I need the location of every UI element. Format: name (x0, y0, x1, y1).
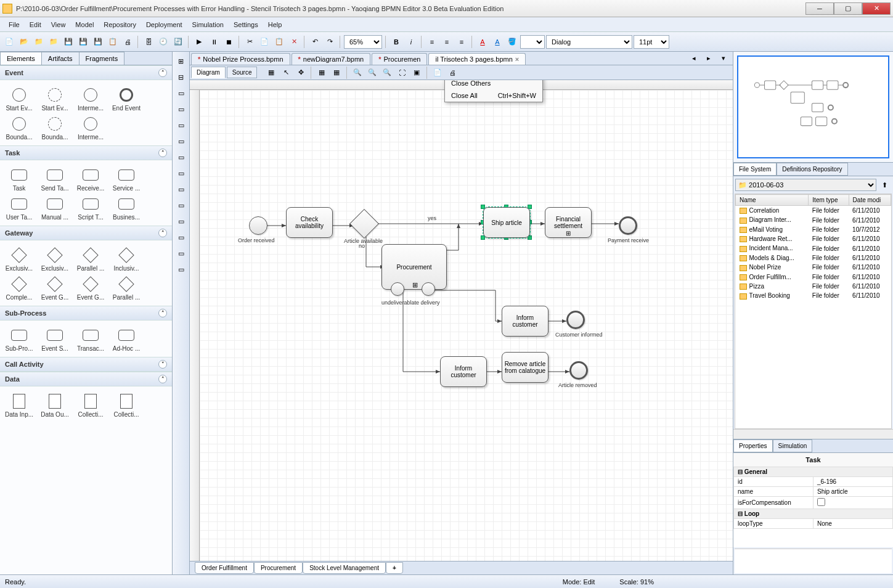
bpmn-event-end[interactable] (569, 361, 588, 380)
saveas-icon[interactable]: 💾 (91, 35, 105, 49)
print-icon[interactable]: 🖨 (121, 35, 134, 49)
vt-9-icon[interactable]: ▭ (174, 182, 188, 196)
mt-actual-icon[interactable]: ▣ (410, 66, 423, 80)
palette-item[interactable]: Event G... (37, 273, 73, 302)
folder-icon[interactable]: 📁 (32, 35, 46, 49)
menu-help[interactable]: Help (263, 19, 287, 30)
chevron-icon[interactable]: ˄ (158, 229, 167, 237)
mt-pointer-icon[interactable]: ↖ (279, 66, 293, 80)
menu-file[interactable]: File (4, 19, 25, 30)
palette-section-sub-process[interactable]: Sub-Process˄ (0, 306, 172, 321)
palette-item[interactable]: Interme... (73, 113, 108, 142)
vt-8-icon[interactable]: ▭ (174, 166, 188, 180)
document-tab[interactable]: *Nobel Prize Process.bpmn (191, 53, 290, 65)
ctx-close-others[interactable]: Close Others (445, 80, 542, 89)
fs-row[interactable]: Hardware Ret...File folder6/11/2010 (736, 234, 891, 243)
document-tab[interactable]: *newDiagram7.bpmn (292, 53, 371, 65)
prop-tab[interactable]: Simulation (773, 439, 813, 452)
palette-item[interactable]: Comple... (1, 273, 37, 302)
palette-item[interactable]: Start Ev... (1, 84, 37, 113)
db-icon[interactable]: 🗄 (142, 35, 155, 49)
palette-item[interactable]: Transac... (73, 324, 108, 353)
palette-item[interactable]: Exclusiv... (37, 244, 73, 273)
palette-item[interactable]: Service ... (108, 164, 144, 193)
palette-item[interactable]: Bounda... (1, 113, 37, 142)
menu-settings[interactable]: Settings (229, 19, 263, 30)
fs-row[interactable]: Nobel PrizeFile folder6/11/2010 (736, 263, 891, 272)
pause-icon[interactable]: ⏸ (207, 35, 221, 49)
fs-row[interactable]: PizzaFile folder6/11/2010 (736, 282, 891, 291)
align-left-icon[interactable]: ≡ (425, 35, 439, 49)
menu-model[interactable]: Model (70, 19, 99, 30)
stop-icon[interactable]: ⏹ (222, 35, 235, 49)
palette-item[interactable]: Event S... (37, 324, 73, 353)
vt-12-icon[interactable]: ▭ (174, 231, 188, 244)
fs-col-header[interactable]: Item type (809, 195, 849, 206)
palette-tab-elements[interactable]: Elements (0, 52, 42, 65)
palette-item[interactable]: Collecti... (73, 390, 108, 419)
fs-col-header[interactable]: Date modi (849, 195, 891, 206)
fs-row[interactable]: Travel BookingFile folder6/11/2010 (736, 291, 891, 300)
mt-exp-icon[interactable]: 📄 (431, 66, 444, 80)
saveall-icon[interactable]: 💾 (76, 35, 90, 49)
mt-zoom1-icon[interactable]: 🔍 (380, 66, 394, 80)
zoom-select[interactable]: 65% (344, 35, 382, 49)
color-select[interactable] (520, 35, 545, 49)
minimap[interactable] (737, 55, 889, 158)
menu-deployment[interactable]: Deployment (141, 19, 187, 30)
copy-icon[interactable]: 📄 (258, 35, 271, 49)
mt-move-icon[interactable]: ✥ (294, 66, 308, 80)
fs-row[interactable]: Models & Diag...File folder6/11/2010 (736, 253, 891, 263)
bold-icon[interactable]: B (389, 35, 403, 49)
bpmn-task[interactable]: Inform customer (440, 356, 487, 387)
vt-4-icon[interactable]: ▭ (174, 102, 188, 116)
palette-item[interactable]: Exclusiv... (1, 244, 37, 273)
palette-item[interactable]: Sub-Pro... (1, 324, 37, 353)
menu-view[interactable]: View (46, 19, 71, 30)
tab-source[interactable]: Source (227, 67, 258, 78)
prop-checkbox[interactable] (817, 498, 825, 506)
refresh-icon[interactable]: 🔄 (171, 35, 185, 49)
chevron-icon[interactable]: ˄ (158, 68, 167, 77)
palette-item[interactable]: End Event (108, 84, 144, 113)
document-tab[interactable]: il Trisotech 3 pages.bpmn× (428, 53, 526, 65)
close-button[interactable]: ✕ (862, 2, 891, 15)
paste-icon[interactable]: 📋 (272, 35, 286, 49)
prop-row[interactable]: id_6-196 (734, 477, 893, 487)
fs-tab[interactable]: Definitions Repository (777, 163, 847, 176)
play-icon[interactable]: ▶ (192, 35, 206, 49)
tab-next-icon[interactable]: ▸ (702, 52, 716, 65)
history-icon[interactable]: 🕘 (157, 35, 170, 49)
palette-section-task[interactable]: Task˄ (0, 145, 172, 160)
palette-section-data[interactable]: Data˄ (0, 372, 172, 386)
prop-tab[interactable]: Properties (733, 439, 773, 452)
export-icon[interactable]: 📋 (106, 35, 120, 49)
mt-print-icon[interactable]: 🖨 (446, 66, 459, 80)
add-sheet-button[interactable]: + (386, 562, 403, 574)
palette-tab-artifacts[interactable]: Artifacts (41, 52, 80, 65)
minimize-button[interactable]: ─ (805, 2, 834, 15)
palette-item[interactable]: Receive... (73, 164, 108, 193)
vt-6-icon[interactable]: ▭ (174, 134, 188, 148)
menu-repository[interactable]: Repository (99, 19, 141, 30)
prop-row[interactable]: loopTypeNone (734, 519, 893, 529)
palette-item[interactable]: Task (1, 164, 37, 193)
fs-col-header[interactable]: Name (736, 195, 809, 206)
chevron-icon[interactable]: ˄ (158, 375, 167, 383)
palette-tab-fragments[interactable]: Fragments (79, 52, 125, 65)
new-icon[interactable]: 📄 (2, 35, 16, 49)
fs-row[interactable]: Diagram Inter...File folder6/11/2010 (736, 215, 891, 224)
stroke-color-icon[interactable]: A (491, 35, 504, 49)
vt-11-icon[interactable]: ▭ (174, 214, 188, 228)
font-color-icon[interactable]: A (476, 35, 489, 49)
open-icon[interactable]: 📂 (17, 35, 31, 49)
palette-item[interactable]: Collecti... (108, 390, 144, 419)
italic-icon[interactable]: i (404, 35, 418, 49)
redo-icon[interactable]: ↷ (323, 35, 336, 49)
cut-icon[interactable]: ✂ (243, 35, 256, 49)
palette-section-gateway[interactable]: Gateway˄ (0, 226, 172, 240)
prop-group[interactable]: ⊟ General (734, 467, 893, 477)
bpmn-gateway[interactable] (349, 209, 379, 239)
font-select[interactable]: Dialog (546, 35, 632, 49)
fs-tab[interactable]: File System (733, 163, 777, 176)
